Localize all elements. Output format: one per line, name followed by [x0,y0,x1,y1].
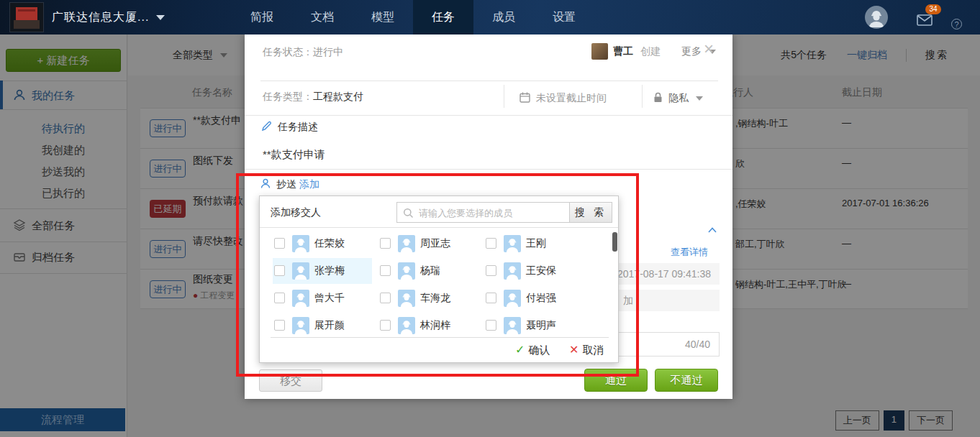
member-avatar-icon [504,317,521,334]
member-checkbox[interactable] [274,320,285,331]
pass-button[interactable]: 通过 [584,369,648,392]
popup-divider [260,227,618,228]
mail-badge: 34 [925,4,941,14]
member-name: 张学梅 [314,264,345,277]
member-name: 展开颜 [314,319,345,332]
logo-building-windows [18,9,35,12]
view-detail-link[interactable]: 查看详情 [671,246,708,259]
member-checkbox[interactable] [486,293,496,303]
transfer-button[interactable]: 移交 [259,369,322,392]
member-item-highlighted[interactable]: 张学梅 [273,258,372,284]
member-item[interactable]: 王安保 [484,258,586,284]
project-title-dropdown[interactable]: 广联达信息大厦... [52,10,165,25]
project-title: 广联达信息大厦... [52,11,149,23]
popup-title: 添加移交人 [271,206,321,219]
nav-item-settings[interactable]: 设置 [534,0,594,34]
chevron-down-icon [696,96,703,101]
member-item[interactable]: 王刚 [484,231,586,257]
member-name: 周亚志 [420,237,450,250]
member-item[interactable]: 杨瑞 [378,258,481,284]
creator-name: 曹工 [613,45,633,58]
reject-button[interactable]: 不通过 [655,369,718,392]
popup-divider [271,337,609,338]
task-description-text: **款支付申请 [263,148,325,162]
cc-add-link[interactable]: 添加 [299,178,319,190]
confirm-button[interactable]: ✓确认 [515,343,550,357]
member-name: 王刚 [526,237,546,250]
search-icon [403,208,414,218]
member-avatar-icon [292,235,309,252]
member-item[interactable]: 任荣姣 [273,231,375,257]
task-description-header: 任务描述 [261,121,318,134]
worker-avatar-icon [865,6,888,29]
modal-divider [245,169,732,170]
member-name: 付岩强 [526,292,556,305]
nav-item-members[interactable]: 成员 [473,0,534,34]
member-checkbox[interactable] [380,265,391,276]
member-name: 任荣姣 [314,237,345,250]
project-logo[interactable] [9,2,44,32]
nav-item-tasks[interactable]: 任务 [413,0,473,34]
privacy-dropdown[interactable]: 隐私 [653,92,703,105]
search-button[interactable]: 搜 索 [569,202,612,223]
member-item[interactable]: 付岩强 [484,285,586,311]
member-name: 王安保 [526,264,556,277]
nav-item-models[interactable]: 模型 [353,0,413,34]
member-item[interactable]: 车海龙 [378,285,481,311]
member-item[interactable]: 展开颜 [273,313,375,339]
member-name: 曾大千 [314,292,345,305]
mail-icon[interactable] [917,14,933,26]
member-avatar-icon [292,317,309,334]
member-avatar-icon [504,262,521,280]
member-name: 杨瑞 [420,264,440,277]
chevron-up-icon[interactable] [708,227,717,233]
task-type: 任务类型：工程款支付 [263,91,363,104]
close-icon[interactable]: × [704,40,714,58]
member-item[interactable]: 林润梓 [378,313,481,339]
task-status-text: 任务状态：进行中 [263,46,343,59]
modal-vdivider [504,85,504,108]
cc-section-header: 抄送 添加 [260,178,319,191]
member-avatar-icon [398,235,415,252]
nav-menu: 简报 文档 模型 任务 成员 设置 [232,0,594,34]
member-checkbox[interactable] [486,238,496,249]
member-avatar-icon [504,290,521,307]
member-checkbox[interactable] [274,238,285,249]
member-item[interactable]: 周亚志 [378,231,481,257]
creator-avatar [591,43,608,60]
member-avatar-icon [398,317,415,334]
nav-item-briefing[interactable]: 简报 [232,0,292,34]
member-checkbox[interactable] [486,320,496,331]
member-checkbox[interactable] [274,293,285,303]
member-checkbox[interactable] [380,293,391,303]
member-avatar-icon [398,262,415,280]
modal-divider [245,115,732,116]
member-checkbox[interactable] [486,265,496,276]
logo-building-base [14,20,40,29]
popup-scrollbar[interactable] [612,232,617,252]
top-nav: 广联达信息大厦... 简报 文档 模型 任务 成员 设置 34 ? [0,0,980,34]
deadline-setting[interactable]: 未设置截止时间 [520,92,607,105]
member-checkbox[interactable] [380,320,391,331]
x-icon: ✕ [569,344,579,356]
member-item[interactable]: 聂明声 [484,313,586,339]
member-checkbox[interactable] [274,265,285,276]
nav-item-documents[interactable]: 文档 [292,0,353,34]
lock-icon [653,92,663,103]
modal-divider [260,80,718,81]
member-avatar-icon [292,290,309,307]
search-placeholder: 请输入您要选择的成员 [419,207,512,220]
chevron-down-icon [156,15,165,20]
member-item[interactable]: 曾大千 [273,285,375,311]
cancel-button[interactable]: ✕取消 [569,343,604,357]
user-avatar[interactable] [865,6,888,29]
member-checkbox[interactable] [380,238,391,249]
help-icon[interactable]: ? [951,19,962,29]
member-name: 聂明声 [526,319,556,332]
calendar-icon [520,92,530,103]
creator-block: 曹工 创建 更多 [591,43,721,62]
member-search-input[interactable]: 请输入您要选择的成员 [396,202,569,223]
member-avatar-icon [398,290,415,307]
member-name: 林润梓 [420,319,450,332]
pencil-icon [261,121,272,132]
